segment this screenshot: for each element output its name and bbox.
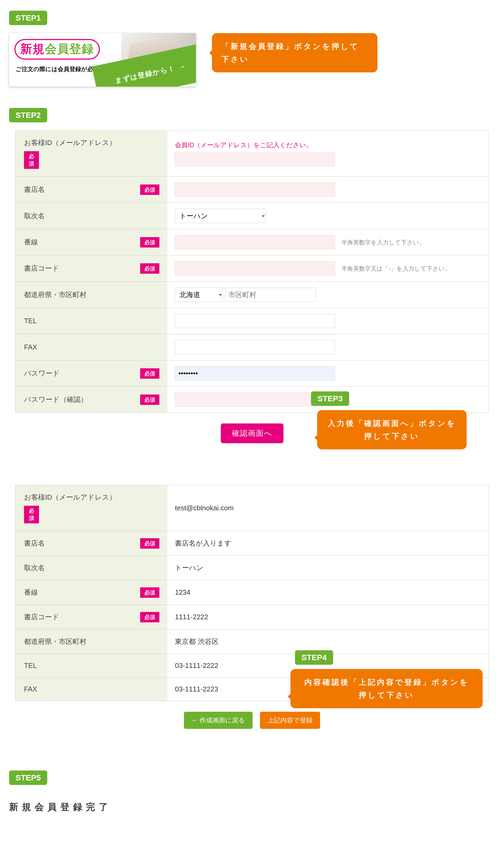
required-badge: 必須 — [24, 506, 39, 524]
label-text: 書店コード — [24, 264, 59, 272]
password-input[interactable] — [175, 366, 335, 381]
banner-title-a: 新規 — [20, 41, 45, 57]
clabel-tel: TEL — [15, 654, 167, 677]
cval-line: 1234 — [167, 580, 489, 605]
code-hint: 半角英数字又は「-」を入力して下さい。 — [341, 265, 450, 272]
label-line: 番線 必須 — [15, 229, 167, 255]
required-badge: 必須 — [140, 368, 159, 378]
store-code-input[interactable] — [175, 261, 335, 275]
required-badge: 必須 — [140, 587, 159, 598]
customer-id-input[interactable] — [175, 152, 335, 166]
line-hint: 半角英数字を入力して下さい。 — [341, 239, 425, 246]
cval-code: 1111-2222 — [167, 605, 489, 629]
required-badge: 必須 — [24, 151, 39, 169]
required-badge: 必須 — [140, 263, 159, 274]
tel-input[interactable] — [175, 314, 335, 328]
label-password: パスワード 必須 — [15, 360, 167, 387]
step1-row: 新規 会員登録 ご注文の際には会員登録が必要です。 まずは登録から！ → 「新規… — [9, 33, 499, 87]
required-badge: 必須 — [140, 237, 159, 247]
id-note: 会員ID（メールアドレス）をご記入ください。 — [175, 141, 481, 149]
fax-input[interactable] — [175, 340, 335, 354]
cell-customer-id: 会員ID（メールアドレス）をご記入ください。 — [167, 131, 489, 176]
clabel-id: お客様ID（メールアドレス） 必須 — [15, 485, 167, 531]
agent-select[interactable]: トーハン — [175, 209, 266, 223]
clabel-agent: 取次名 — [15, 556, 167, 580]
label-text: パスワード — [24, 369, 60, 377]
step1-badge: STEP1 — [9, 11, 47, 25]
prefecture-select[interactable]: 北海道 — [175, 287, 223, 302]
label-agent: 取次名 — [15, 203, 167, 229]
required-badge: 必須 — [140, 394, 159, 405]
label-text: 書店コード — [24, 613, 59, 621]
required-badge: 必須 — [140, 184, 159, 195]
step4-badge: STEP4 — [295, 650, 333, 665]
arrow-right-icon: → — [178, 62, 187, 71]
confirmation-table: お客様ID（メールアドレス） 必須 test@cblnokai.com 書店名 … — [15, 485, 489, 701]
submit-button[interactable]: 上記内容で登録 — [260, 712, 320, 729]
clabel-fax: FAX — [15, 677, 167, 701]
cval-store: 書店名が入ります — [167, 531, 489, 556]
label-customer-id: お客様ID（メールアドレス） 必須 — [15, 131, 167, 176]
step3-bubble: 入力後「確認画面へ」ボタンを押して下さい — [317, 410, 466, 449]
banner-title-b: 会員登録 — [45, 41, 94, 57]
city-input[interactable] — [225, 288, 316, 302]
line-input[interactable] — [175, 235, 335, 249]
back-button[interactable]: ← 作成画面に戻る — [184, 712, 253, 729]
label-store-code: 書店コード 必須 — [15, 255, 167, 282]
label-text: パスワード（確認） — [24, 396, 88, 403]
clabel-store: 書店名 必須 — [15, 531, 167, 556]
label-text: お客様ID（メールアドレス） — [24, 139, 116, 147]
label-prefecture: 都道府県・市区町村 — [15, 282, 167, 308]
confirm-button-row: 確認画面へ STEP3 入力後「確認画面へ」ボタンを押して下さい — [5, 424, 499, 463]
step3-badge: STEP3 — [311, 391, 349, 406]
step1-bubble: 「新規会員登録」ボタンを押して下さい — [212, 33, 377, 72]
label-text: お客様ID（メールアドレス） — [24, 493, 116, 501]
label-text: 番線 — [24, 238, 38, 246]
label-text: 番線 — [24, 588, 38, 596]
store-name-input[interactable] — [175, 183, 335, 197]
label-tel: TEL — [15, 308, 167, 334]
required-badge: 必須 — [140, 538, 159, 548]
label-text: 書店名 — [24, 185, 45, 194]
step2-badge: STEP2 — [9, 108, 47, 123]
step5-badge: STEP5 — [9, 771, 47, 785]
step4-bubble: 内容確認後「上記内容で登録」ボタンを押して下さい — [291, 669, 483, 708]
clabel-pref: 都道府県・市区町村 — [15, 629, 167, 654]
cval-agent: トーハン — [167, 556, 489, 580]
required-badge: 必須 — [140, 612, 159, 622]
label-password-confirm: パスワード（確認） 必須 — [15, 387, 167, 413]
registration-form: お客様ID（メールアドレス） 必須 会員ID（メールアドレス）をご記入ください。… — [15, 130, 489, 413]
confirm-button[interactable]: 確認画面へ — [221, 424, 283, 443]
register-banner[interactable]: 新規 会員登録 ご注文の際には会員登録が必要です。 まずは登録から！ → — [9, 33, 196, 87]
cval-id: test@cblnokai.com — [167, 485, 489, 531]
banner-ribbon-text: まずは登録から！ — [114, 63, 176, 85]
completion-title: 新規会員登録完了 — [9, 801, 499, 813]
clabel-line: 番線 必須 — [15, 580, 167, 605]
label-fax: FAX — [15, 334, 167, 360]
label-text: 書店名 — [24, 539, 45, 547]
submit-button-row: ← 作成画面に戻る 上記内容で登録 STEP4 内容確認後「上記内容で登録」ボタ… — [5, 712, 499, 744]
label-store-name: 書店名 必須 — [15, 176, 167, 203]
clabel-code: 書店コード 必須 — [15, 605, 167, 629]
banner-title: 新規 会員登録 — [14, 39, 100, 60]
